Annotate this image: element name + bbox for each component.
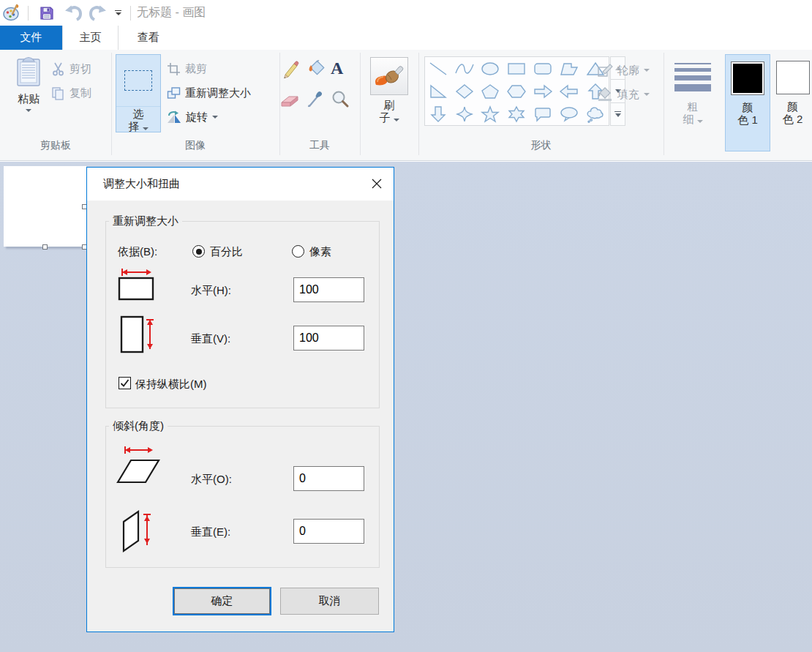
color2-button[interactable]: 颜 色 2: [773, 54, 812, 151]
drawing-canvas[interactable]: [4, 166, 86, 247]
pencil-tool[interactable]: [281, 60, 300, 81]
skew-horizontal-input[interactable]: [293, 466, 364, 491]
shape-rectangle[interactable]: [503, 57, 530, 80]
tools-group-label: 工具: [279, 139, 360, 152]
shape-six-point-star[interactable]: [503, 102, 530, 125]
tab-file[interactable]: 文件: [0, 26, 62, 50]
shape-left-arrow[interactable]: [556, 80, 582, 102]
color2-label-line2: 色 2: [783, 113, 803, 125]
shape-rounded-callout[interactable]: [530, 102, 556, 125]
magnifier-icon: [331, 90, 350, 109]
select-tool-button[interactable]: 选 择: [116, 54, 161, 132]
skew-group-legend: 倾斜(角度): [109, 419, 168, 433]
rotate-dropdown-icon: [212, 116, 218, 119]
qat-separator-2: [130, 6, 131, 20]
shape-fill-label: 填充: [617, 88, 639, 102]
shape-diamond[interactable]: [451, 80, 478, 102]
magnifier-tool[interactable]: [331, 90, 350, 111]
scissors-icon: [51, 62, 65, 76]
radio-percentage[interactable]: [192, 245, 205, 258]
ok-button[interactable]: 确定: [173, 587, 271, 615]
size-label-line1: 粗: [688, 100, 699, 113]
outline-dropdown-icon: [644, 69, 650, 72]
brush-button[interactable]: 刷 子: [364, 57, 414, 124]
selection-rectangle-icon: [124, 70, 152, 91]
paste-button[interactable]: 粘贴: [9, 56, 48, 112]
horizontal-resize-icon: [118, 267, 156, 303]
shape-fill-button[interactable]: 填充: [597, 86, 650, 103]
skew-horizontal-label: 水平(O):: [191, 473, 232, 487]
group-separator: [663, 53, 664, 155]
tab-home[interactable]: 主页: [62, 26, 119, 50]
rotate-button[interactable]: 旋转: [167, 108, 218, 126]
crop-button[interactable]: 裁剪: [167, 60, 207, 78]
tab-view[interactable]: 查看: [120, 26, 177, 50]
more-shapes-icon: [615, 113, 621, 117]
copy-button[interactable]: 复制: [51, 84, 91, 102]
shapes-palette: [424, 56, 609, 126]
window-title: 无标题 - 画图: [137, 5, 206, 20]
save-button[interactable]: [39, 3, 55, 23]
outline-icon: [597, 63, 613, 78]
eraser-tool[interactable]: [280, 91, 301, 110]
resize-skew-dialog: 调整大小和扭曲 重新调整大小 依据(B): 百分比 像素 水平(H):: [86, 167, 394, 632]
color1-label-line2: 色 1: [737, 113, 758, 126]
text-tool[interactable]: A: [331, 59, 343, 77]
shape-ellipse[interactable]: [478, 57, 504, 80]
cut-button[interactable]: 剪切: [51, 60, 91, 78]
shape-four-point-star[interactable]: [451, 102, 478, 125]
fill-tool[interactable]: [306, 59, 326, 81]
radio-percentage-label[interactable]: 百分比: [210, 245, 243, 259]
resize-vertical-label: 垂直(V):: [191, 332, 230, 346]
crop-icon: [167, 62, 181, 76]
resize-label: 重新调整大小: [185, 86, 251, 100]
shape-cloud-callout[interactable]: [582, 102, 609, 125]
canvas-resize-handle-bottom[interactable]: [42, 244, 48, 250]
undo-button[interactable]: [64, 3, 83, 23]
rotate-label: 旋转: [186, 110, 208, 124]
resize-horizontal-input[interactable]: [293, 277, 364, 302]
shape-hexagon[interactable]: [503, 80, 530, 102]
shape-five-point-star[interactable]: [478, 102, 504, 125]
redo-button[interactable]: [89, 3, 108, 23]
pencil-icon: [281, 60, 300, 79]
shape-line[interactable]: [425, 57, 451, 80]
outline-button[interactable]: 轮廓: [597, 61, 650, 79]
group-separator: [360, 53, 361, 155]
shape-right-triangle[interactable]: [425, 80, 451, 102]
resize-group-legend: 重新调整大小: [109, 214, 182, 228]
shapes-more-button[interactable]: [610, 103, 625, 126]
shape-rounded-rectangle[interactable]: [530, 57, 556, 80]
color1-button[interactable]: 颜 色 1: [725, 54, 770, 151]
dialog-title: 调整大小和扭曲: [103, 177, 180, 191]
aspect-ratio-label[interactable]: 保持纵横比(M): [135, 378, 207, 391]
shape-polygon[interactable]: [556, 57, 582, 80]
title-bar: 无标题 - 画图: [0, 0, 812, 26]
dialog-title-bar: 调整大小和扭曲: [87, 168, 394, 201]
radio-pixels[interactable]: [292, 245, 304, 258]
brush-label-line2: 子: [379, 111, 399, 124]
cancel-button[interactable]: 取消: [280, 588, 379, 615]
aspect-ratio-checkbox[interactable]: [119, 377, 131, 389]
size-label-line2: 细: [683, 113, 702, 125]
vertical-resize-icon: [120, 315, 158, 357]
resize-icon: [167, 86, 181, 100]
color-picker-tool[interactable]: [307, 89, 326, 110]
shape-pentagon[interactable]: [478, 80, 504, 102]
shape-right-arrow[interactable]: [530, 80, 556, 102]
radio-pixels-label[interactable]: 像素: [309, 245, 331, 259]
shape-curve[interactable]: [451, 57, 478, 80]
paste-label: 粘贴: [18, 92, 40, 106]
size-button[interactable]: 粗 细: [669, 57, 717, 125]
customize-qat-dropdown-icon[interactable]: [115, 3, 121, 23]
color2-label-line1: 颜: [787, 100, 798, 113]
resize-vertical-input[interactable]: [293, 326, 364, 351]
dialog-close-button[interactable]: [360, 168, 394, 200]
clipboard-group-label: 剪贴板: [0, 139, 111, 152]
shape-oval-callout[interactable]: [556, 102, 582, 125]
select-dropdown-icon: [143, 127, 149, 130]
shape-down-arrow[interactable]: [425, 102, 451, 125]
resize-button[interactable]: 重新调整大小: [167, 84, 251, 102]
crop-label: 裁剪: [185, 62, 207, 76]
skew-vertical-input[interactable]: [293, 519, 364, 544]
